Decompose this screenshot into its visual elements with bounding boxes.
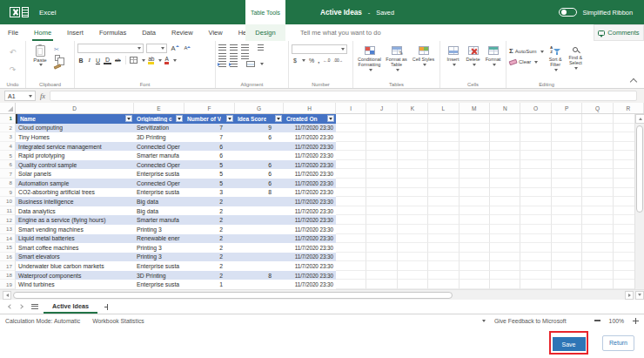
table-cell[interactable]: Integrated service management xyxy=(16,142,134,152)
empty-cell[interactable] xyxy=(460,179,490,188)
empty-cell[interactable] xyxy=(520,261,551,271)
empty-cell[interactable] xyxy=(336,234,366,244)
next-sheet-icon[interactable] xyxy=(16,300,26,314)
empty-cell[interactable] xyxy=(366,225,397,234)
empty-cell[interactable] xyxy=(490,114,520,124)
column-letter-f[interactable]: F xyxy=(184,103,235,113)
double-underline-button[interactable]: D xyxy=(104,57,111,64)
table-cell[interactable] xyxy=(235,243,284,253)
table-cell[interactable]: 6 xyxy=(235,169,284,179)
empty-cell[interactable] xyxy=(490,124,520,133)
empty-cell[interactable] xyxy=(490,225,520,234)
add-sheet-button[interactable] xyxy=(97,300,115,314)
table-cell[interactable]: Servitization xyxy=(134,124,184,133)
empty-cell[interactable] xyxy=(428,280,459,289)
empty-cell[interactable] xyxy=(428,132,459,142)
empty-cell[interactable] xyxy=(520,225,551,234)
row-number[interactable]: 19 xyxy=(0,280,16,289)
empty-cell[interactable] xyxy=(490,151,520,160)
empty-cell[interactable] xyxy=(428,271,459,280)
empty-cell[interactable] xyxy=(582,225,613,234)
font-color-button[interactable]: A xyxy=(164,57,168,64)
column-letter-i[interactable]: I xyxy=(336,103,366,113)
table-cell[interactable]: 2 xyxy=(184,225,235,234)
empty-cell[interactable] xyxy=(520,243,551,253)
merge-center-button[interactable] xyxy=(246,61,255,67)
empty-cell[interactable] xyxy=(366,114,397,124)
tab-insert[interactable]: Insert xyxy=(59,24,91,41)
empty-cell[interactable] xyxy=(582,243,613,253)
sort-filter-button[interactable]: AZ Sort & Filter xyxy=(547,44,564,79)
simplified-ribbon-toggle[interactable]: Simplified Ribbon xyxy=(559,0,633,24)
table-cell[interactable]: 11/7/2020 23:30 xyxy=(284,179,336,188)
empty-cell[interactable] xyxy=(582,271,613,280)
empty-cell[interactable] xyxy=(552,151,582,160)
empty-cell[interactable] xyxy=(460,261,490,271)
table-cell[interactable]: Solar panels xyxy=(16,169,134,179)
empty-cell[interactable] xyxy=(366,271,397,280)
empty-cell[interactable] xyxy=(398,271,428,280)
comments-button[interactable]: Comments xyxy=(594,24,644,41)
empty-cell[interactable] xyxy=(520,151,551,160)
empty-cell[interactable] xyxy=(552,124,582,133)
empty-cell[interactable] xyxy=(366,188,397,198)
empty-cell[interactable] xyxy=(582,132,613,142)
empty-cell[interactable] xyxy=(398,188,428,198)
column-header-number-of-v[interactable]: Number of V xyxy=(184,114,235,124)
empty-cell[interactable] xyxy=(336,253,366,262)
empty-cell[interactable] xyxy=(490,197,520,206)
table-cell[interactable]: 6 xyxy=(184,151,235,160)
empty-cell[interactable] xyxy=(336,179,366,188)
table-cell[interactable] xyxy=(235,225,284,234)
fx-icon[interactable]: fx xyxy=(40,91,45,100)
empty-cell[interactable] xyxy=(428,114,459,124)
table-cell[interactable]: 6 xyxy=(235,179,284,188)
format-painter-icon[interactable] xyxy=(54,64,62,69)
number-format-select[interactable] xyxy=(292,44,347,54)
insert-cells-button[interactable]: Insert xyxy=(443,44,463,79)
table-cell[interactable]: 5 xyxy=(184,179,235,188)
table-cell[interactable]: 7 xyxy=(184,132,235,142)
empty-cell[interactable] xyxy=(490,188,520,198)
row-number[interactable]: 15 xyxy=(0,243,16,253)
empty-cell[interactable] xyxy=(582,261,613,271)
empty-cell[interactable] xyxy=(398,261,428,271)
table-cell[interactable]: Enterprise susta xyxy=(134,261,184,271)
empty-cell[interactable] xyxy=(460,243,490,253)
empty-cell[interactable] xyxy=(520,142,551,152)
table-cell[interactable]: 9 xyxy=(235,124,284,133)
empty-cell[interactable] xyxy=(336,114,366,124)
empty-cell[interactable] xyxy=(460,253,490,262)
empty-cell[interactable] xyxy=(552,261,582,271)
calculation-mode[interactable]: Calculation Mode: Automatic xyxy=(5,318,80,324)
row-number[interactable]: 14 xyxy=(0,234,16,244)
filter-icon[interactable] xyxy=(125,115,132,122)
table-cell[interactable]: Tiny Homes xyxy=(16,132,134,142)
table-cell[interactable]: 11/7/2020 23:30 xyxy=(284,197,336,206)
table-cell[interactable]: 1 xyxy=(184,280,235,289)
column-letter-n[interactable]: N xyxy=(490,103,520,113)
empty-cell[interactable] xyxy=(490,271,520,280)
table-cell[interactable]: Smarter manufa xyxy=(134,151,184,160)
row-number[interactable]: 13 xyxy=(0,225,16,234)
clear-button[interactable]: Clear xyxy=(509,59,544,64)
table-tools-tab[interactable]: Table Tools xyxy=(245,0,285,24)
row-number[interactable]: 6 xyxy=(0,160,16,170)
empty-cell[interactable] xyxy=(552,234,582,244)
empty-cell[interactable] xyxy=(520,271,551,280)
row-number[interactable]: 7 xyxy=(0,169,16,179)
empty-cell[interactable] xyxy=(336,188,366,198)
empty-cell[interactable] xyxy=(336,132,366,142)
collapse-ribbon-icon[interactable] xyxy=(631,78,636,83)
table-cell[interactable]: Connected Oper xyxy=(134,160,184,170)
empty-cell[interactable] xyxy=(552,206,582,216)
filter-icon[interactable] xyxy=(226,115,233,122)
tell-me-box[interactable]: Tell me what you want to do xyxy=(300,24,381,41)
empty-cell[interactable] xyxy=(552,142,582,152)
empty-cell[interactable] xyxy=(552,225,582,234)
empty-cell[interactable] xyxy=(428,243,459,253)
empty-cell[interactable] xyxy=(398,197,428,206)
toggle-switch-icon[interactable] xyxy=(559,8,577,17)
copy-icon[interactable] xyxy=(55,55,60,61)
table-cell[interactable]: Smart coffee machines xyxy=(16,243,134,253)
